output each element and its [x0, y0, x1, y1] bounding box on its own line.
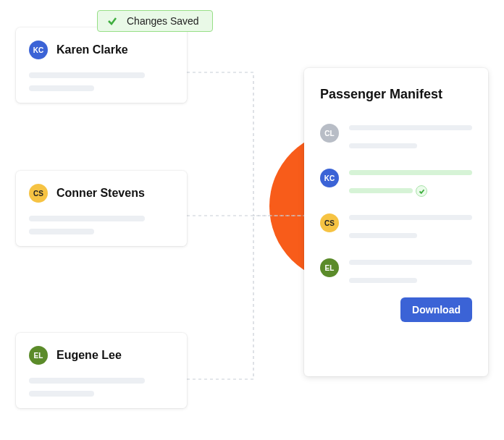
- avatar: EL: [320, 258, 339, 277]
- placeholder-line: [29, 72, 145, 78]
- placeholder-line: [349, 188, 413, 193]
- manifest-row: CL: [320, 124, 472, 148]
- passenger-name: Conner Stevens: [56, 187, 145, 200]
- placeholder-line: [29, 229, 94, 234]
- placeholder-line: [29, 216, 145, 221]
- placeholder-line: [29, 85, 94, 91]
- placeholder-line: [349, 278, 417, 283]
- manifest-title: Passenger Manifest: [320, 87, 472, 102]
- placeholder-line: [349, 215, 472, 220]
- toast-message: Changes Saved: [127, 15, 199, 27]
- manifest-row: EL: [320, 258, 472, 283]
- manifest-row: KC: [320, 169, 472, 193]
- download-button[interactable]: Download: [400, 297, 472, 322]
- manifest-panel: Passenger Manifest CL KC CS: [304, 68, 488, 376]
- placeholder-line: [29, 391, 94, 397]
- avatar: CS: [29, 184, 48, 203]
- passenger-card[interactable]: EL Eugene Lee: [16, 333, 187, 408]
- avatar: CL: [320, 124, 339, 143]
- placeholder-line: [349, 170, 472, 175]
- placeholder-line: [29, 378, 145, 384]
- passenger-card[interactable]: CS Conner Stevens: [16, 171, 187, 246]
- check-icon: [106, 15, 118, 27]
- avatar: KC: [29, 41, 48, 59]
- manifest-row: CS: [320, 213, 472, 238]
- placeholder-line: [349, 233, 417, 238]
- toast-changes-saved: Changes Saved: [97, 10, 213, 32]
- passenger-name: Eugene Lee: [56, 349, 122, 362]
- placeholder-line: [349, 125, 472, 130]
- placeholder-line: [349, 143, 417, 148]
- avatar: KC: [320, 169, 339, 187]
- passenger-name: Karen Clarke: [56, 43, 128, 56]
- avatar: EL: [29, 346, 48, 365]
- placeholder-line: [349, 260, 472, 265]
- avatar: CS: [320, 213, 339, 232]
- check-icon: [416, 185, 427, 197]
- passenger-card[interactable]: KC Karen Clarke: [16, 28, 187, 103]
